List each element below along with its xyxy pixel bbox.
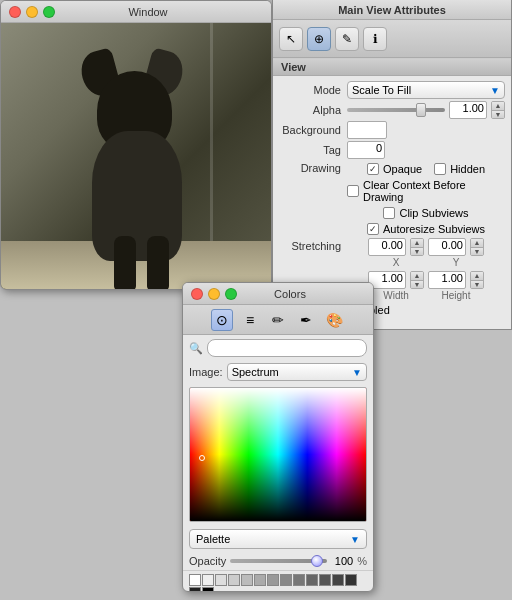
swatch-11[interactable] xyxy=(319,574,331,586)
stretch-y2-down[interactable]: ▼ xyxy=(471,281,483,289)
alpha-label: Alpha xyxy=(279,104,347,116)
palette-icon[interactable]: 🎨 xyxy=(323,309,345,331)
autoresize-checkbox[interactable] xyxy=(367,223,379,235)
colors-close-button[interactable] xyxy=(191,288,203,300)
swatches-row xyxy=(183,570,373,592)
mode-control: Scale To Fill ▼ xyxy=(347,81,505,99)
opaque-checkbox[interactable] xyxy=(367,163,379,175)
height-col-label: Height xyxy=(437,290,475,301)
alpha-value[interactable]: 1.00 xyxy=(449,101,487,119)
palette-select-value: Palette xyxy=(196,533,230,545)
swatch-15[interactable] xyxy=(202,587,214,592)
stretch-x1-down[interactable]: ▼ xyxy=(411,248,423,256)
stretch-x1-up[interactable]: ▲ xyxy=(411,239,423,248)
tag-value[interactable]: 0 xyxy=(347,141,385,159)
opacity-thumb[interactable] xyxy=(311,555,323,567)
stretch-x2-up[interactable]: ▲ xyxy=(411,272,423,281)
swatch-4[interactable] xyxy=(228,574,240,586)
tag-label: Tag xyxy=(279,144,347,156)
swatch-10[interactable] xyxy=(306,574,318,586)
alpha-slider[interactable] xyxy=(347,108,445,112)
stretch-y1-down[interactable]: ▼ xyxy=(471,248,483,256)
spectrum-display[interactable] xyxy=(189,387,367,522)
swatch-14[interactable] xyxy=(189,587,201,592)
swatch-8[interactable] xyxy=(280,574,292,586)
minimize-button[interactable] xyxy=(26,6,38,18)
image-select[interactable]: Spectrum ▼ xyxy=(227,363,367,381)
pencils-icon[interactable]: ✏ xyxy=(267,309,289,331)
stretch-y2-stepper[interactable]: ▲ ▼ xyxy=(470,271,484,289)
swatch-1[interactable] xyxy=(189,574,201,586)
dog-leg-right xyxy=(147,236,169,290)
info-toolbar-icon[interactable]: ℹ xyxy=(363,27,387,51)
colors-title: Colors xyxy=(245,288,335,300)
swatch-6[interactable] xyxy=(254,574,266,586)
swatch-2[interactable] xyxy=(202,574,214,586)
stretch-y1-stepper[interactable]: ▲ ▼ xyxy=(470,238,484,256)
alpha-stepper-down[interactable]: ▼ xyxy=(492,111,504,119)
mode-select[interactable]: Scale To Fill ▼ xyxy=(347,81,505,99)
pencil-toolbar-icon[interactable]: ✎ xyxy=(335,27,359,51)
autoresize-label: Autoresize Subviews xyxy=(383,223,485,235)
opacity-label: Opacity xyxy=(189,555,226,567)
stretch-x1[interactable]: 0.00 xyxy=(368,238,406,256)
background-row: Background xyxy=(273,120,511,140)
background-label: Background xyxy=(279,124,347,136)
clip-subviews-checkbox[interactable] xyxy=(383,207,395,219)
attributes-toolbar: ↖ ⊕ ✎ ℹ xyxy=(273,20,511,58)
clear-context-row: Clear Context Before Drawing xyxy=(347,178,505,204)
opacity-pct: % xyxy=(357,555,367,567)
traffic-lights xyxy=(9,6,55,18)
clear-context-checkbox[interactable] xyxy=(347,185,359,197)
hidden-checkbox-row: Hidden xyxy=(434,162,485,176)
search-input[interactable] xyxy=(207,339,367,357)
stretch-y1-up[interactable]: ▲ xyxy=(471,239,483,248)
palette-select[interactable]: Palette ▼ xyxy=(189,529,367,549)
swatch-12[interactable] xyxy=(332,574,344,586)
swatch-3[interactable] xyxy=(215,574,227,586)
opacity-slider[interactable] xyxy=(230,554,327,568)
swatch-9[interactable] xyxy=(293,574,305,586)
stretch-y1[interactable]: 0.00 xyxy=(428,238,466,256)
palette-row: Palette ▼ xyxy=(183,526,373,552)
drawing-label: Drawing xyxy=(279,162,347,174)
colors-panel: Colors ⊙ ≡ ✏ ✒ 🎨 🔍 Image: Spectrum ▼ Pal… xyxy=(182,282,374,592)
window-panel: Window xyxy=(0,0,272,290)
hidden-checkbox[interactable] xyxy=(434,163,446,175)
search-row: 🔍 xyxy=(183,335,373,361)
drawing-row: Drawing Opaque Hidden Clear Context Befo… xyxy=(273,160,511,237)
spectrum-black-overlay xyxy=(190,388,366,521)
alpha-stepper[interactable]: ▲ ▼ xyxy=(491,101,505,119)
background-control xyxy=(347,121,505,139)
window-titlebar: Window xyxy=(1,1,271,23)
stretch-y2-up[interactable]: ▲ xyxy=(471,272,483,281)
background-color-well[interactable] xyxy=(347,121,387,139)
alpha-slider-thumb[interactable] xyxy=(416,103,426,117)
swatch-7[interactable] xyxy=(267,574,279,586)
stretch-y2[interactable]: 1.00 xyxy=(428,271,466,289)
plus-toolbar-icon[interactable]: ⊕ xyxy=(307,27,331,51)
window-title: Window xyxy=(63,6,233,18)
stretch-x2-down[interactable]: ▼ xyxy=(411,281,423,289)
colors-maximize-button[interactable] xyxy=(225,288,237,300)
stretch-x2-stepper[interactable]: ▲ ▼ xyxy=(410,271,424,289)
arrow-toolbar-icon[interactable]: ↖ xyxy=(279,27,303,51)
sliders-icon[interactable]: ≡ xyxy=(239,309,261,331)
y-col-label: Y xyxy=(437,257,475,268)
close-button[interactable] xyxy=(9,6,21,18)
window-image xyxy=(1,23,272,290)
opaque-checkbox-row: Opaque xyxy=(367,162,422,176)
colors-minimize-button[interactable] xyxy=(208,288,220,300)
alpha-stepper-up[interactable]: ▲ xyxy=(492,102,504,111)
image-select-value: Spectrum xyxy=(232,366,279,378)
crayon-icon[interactable]: ✒ xyxy=(295,309,317,331)
x-col-label: X xyxy=(377,257,415,268)
wheel-icon[interactable]: ⊙ xyxy=(211,309,233,331)
maximize-button[interactable] xyxy=(43,6,55,18)
swatch-13[interactable] xyxy=(345,574,357,586)
stretch-x1-stepper[interactable]: ▲ ▼ xyxy=(410,238,424,256)
mode-label: Mode xyxy=(279,84,347,96)
swatch-5[interactable] xyxy=(241,574,253,586)
mode-select-arrow: ▼ xyxy=(490,85,500,96)
dog-figure xyxy=(72,61,202,261)
